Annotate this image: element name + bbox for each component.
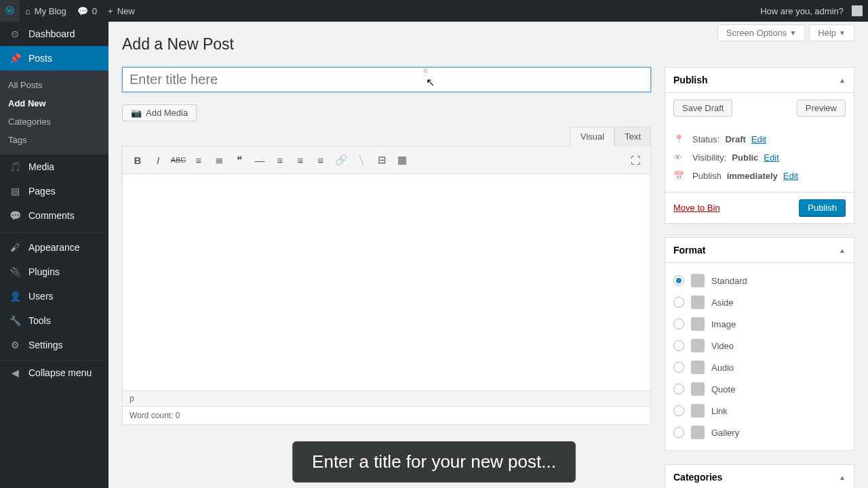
quote-button[interactable]: ❝ <box>230 150 249 169</box>
editor-toolbar: B I ABC ≡ ≣ ❝ — ≡ ≡ ≡ 🔗 ⧹ ⊟ ▦ ⛶ <box>122 146 651 174</box>
add-media-button[interactable]: 📷Add Media <box>122 104 197 121</box>
format-icon <box>691 274 705 287</box>
comments-link[interactable]: 💬0 <box>72 0 102 22</box>
format-panel: Format▲ StandardAsideImageVideoAudioQuot… <box>665 237 854 451</box>
main-content: Screen Options▼ Help▼ Add a New Post 📷Ad… <box>108 22 868 488</box>
sidebar-item-pages[interactable]: ▤Pages <box>0 179 108 203</box>
submenu-categories[interactable]: Categories <box>0 113 108 131</box>
format-option-link[interactable]: Link <box>673 400 846 422</box>
align-left-button[interactable]: ≡ <box>271 150 290 169</box>
strike-button[interactable]: ABC <box>169 150 188 169</box>
camera-icon: 📷 <box>131 108 142 118</box>
sidebar-item-plugins[interactable]: 🔌Plugins <box>0 260 108 284</box>
publish-heading[interactable]: Publish▲ <box>665 68 854 93</box>
sidebar-item-posts[interactable]: 📌Posts <box>0 46 108 70</box>
sidebar-item-media[interactable]: 🎵Media <box>0 155 108 179</box>
format-label: Video <box>711 341 734 351</box>
caption-overlay: Enter a title for your new post... <box>292 441 576 483</box>
more-button[interactable]: ⊟ <box>372 150 391 169</box>
format-icon <box>691 317 705 331</box>
editor-tab-text[interactable]: Text <box>614 127 651 146</box>
italic-button[interactable]: I <box>149 150 167 169</box>
categories-heading[interactable]: Categories▲ <box>665 465 854 488</box>
edit-schedule-link[interactable]: Edit <box>783 171 798 181</box>
sidebar-item-tools[interactable]: 🔧Tools <box>0 308 108 333</box>
wp-logo[interactable]: ⓦ <box>0 0 20 22</box>
editor-tab-visual[interactable]: Visual <box>570 127 614 146</box>
new-label: New <box>117 6 135 16</box>
format-label: Image <box>711 319 736 329</box>
bold-button[interactable]: B <box>128 150 147 169</box>
chevron-up-icon: ▲ <box>839 474 846 481</box>
collapse-menu[interactable]: ◀Collapse menu <box>0 360 108 385</box>
comments-count: 0 <box>92 6 97 16</box>
radio-icon <box>673 297 684 308</box>
format-option-aside[interactable]: Aside <box>673 291 846 313</box>
format-label: Quote <box>711 384 735 394</box>
admin-toolbar: ⓦ ⌂My Blog 💬0 +New How are you, admin? <box>0 0 868 22</box>
format-option-video[interactable]: Video <box>673 335 846 357</box>
sidebar-item-dashboard[interactable]: ⊙Dashboard <box>0 22 108 46</box>
sidebar-item-appearance[interactable]: 🖌Appearance <box>0 232 108 260</box>
format-option-audio[interactable]: Audio <box>673 357 846 378</box>
screen-options-tab[interactable]: Screen Options▼ <box>717 24 806 41</box>
fullscreen-button[interactable]: ⛶ <box>626 150 645 169</box>
submenu-tags[interactable]: Tags <box>0 131 108 149</box>
radio-icon <box>673 362 684 373</box>
format-option-gallery[interactable]: Gallery <box>673 422 846 443</box>
toolbar-toggle-button[interactable]: ▦ <box>393 150 412 169</box>
format-label: Link <box>711 406 728 416</box>
format-icon <box>691 296 705 309</box>
submenu-all-posts[interactable]: All Posts <box>0 76 108 94</box>
radio-icon <box>673 275 684 286</box>
plugins-icon: 🔌 <box>8 265 22 279</box>
bullet-list-button[interactable]: ≡ <box>189 150 208 169</box>
format-icon <box>691 426 705 439</box>
format-option-standard[interactable]: Standard <box>673 270 846 291</box>
sidebar-item-comments[interactable]: 💬Comments <box>0 203 108 228</box>
link-button[interactable]: 🔗 <box>332 150 351 169</box>
align-right-button[interactable]: ≡ <box>311 150 330 169</box>
submenu-add-new[interactable]: Add New <box>0 94 108 113</box>
unlink-button[interactable]: ⧹ <box>352 150 371 169</box>
move-to-bin-link[interactable]: Move to Bin <box>673 203 720 213</box>
sidebar-item-settings[interactable]: ⚙Settings <box>0 333 108 357</box>
account-link[interactable]: How are you, admin? <box>755 0 868 22</box>
tools-icon: 🔧 <box>8 314 22 327</box>
number-list-button[interactable]: ≣ <box>210 150 229 169</box>
comments-icon: 💬 <box>8 209 22 222</box>
dashboard-icon: ⊙ <box>8 27 22 41</box>
format-heading[interactable]: Format▲ <box>665 238 854 263</box>
format-label: Audio <box>711 363 734 373</box>
site-link[interactable]: ⌂My Blog <box>20 0 72 22</box>
chevron-down-icon: ▼ <box>839 29 846 37</box>
plus-icon: + <box>108 6 113 16</box>
editor-body[interactable] <box>122 174 651 391</box>
format-icon <box>691 382 705 396</box>
hr-button[interactable]: — <box>250 150 269 169</box>
publish-button[interactable]: Publish <box>799 199 846 216</box>
calendar-icon: 📅 <box>673 171 687 181</box>
format-option-quote[interactable]: Quote <box>673 378 846 400</box>
edit-visibility-link[interactable]: Edit <box>764 152 778 163</box>
help-tab[interactable]: Help▼ <box>809 24 854 41</box>
format-option-image[interactable]: Image <box>673 313 846 335</box>
key-icon: 📍 <box>673 134 687 144</box>
format-icon <box>691 404 705 418</box>
post-title-input[interactable] <box>122 67 651 92</box>
edit-status-link[interactable]: Edit <box>751 134 766 144</box>
home-icon: ⌂ <box>25 6 31 16</box>
new-link[interactable]: +New <box>102 0 140 22</box>
align-center-button[interactable]: ≡ <box>291 150 310 169</box>
save-draft-button[interactable]: Save Draft <box>673 100 732 117</box>
sidebar-item-users[interactable]: 👤Users <box>0 284 108 308</box>
radio-icon <box>673 319 684 329</box>
site-name: My Blog <box>35 6 66 16</box>
format-icon <box>691 339 705 352</box>
wordpress-icon: ⓦ <box>5 5 14 17</box>
pages-icon: ▤ <box>8 184 22 198</box>
word-count: Word count: 0 <box>122 407 651 425</box>
radio-icon <box>673 405 684 416</box>
categories-panel: Categories▲ All Categories Most Used <box>665 464 854 488</box>
preview-button[interactable]: Preview <box>797 100 846 117</box>
